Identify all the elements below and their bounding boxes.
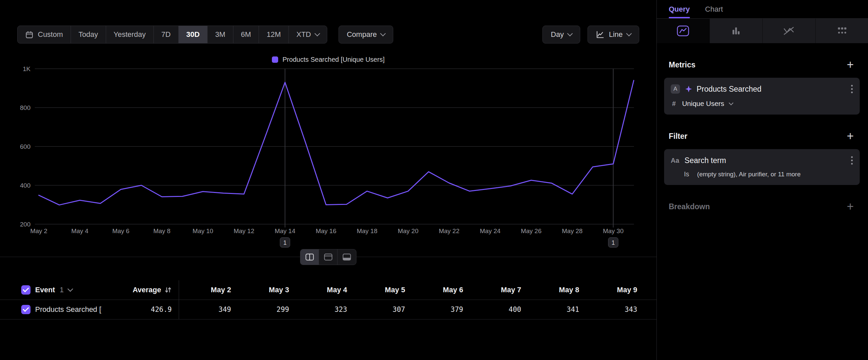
compare-label: Compare (347, 30, 377, 39)
metric-card[interactable]: A Products Searched # Unique Users (664, 78, 860, 115)
chart-legend[interactable]: Products Searched [Unique Users] (0, 56, 656, 63)
table-only-icon (342, 253, 351, 261)
range-button-today[interactable]: Today (71, 26, 106, 43)
chart-type-bar-tab[interactable] (710, 19, 763, 43)
svg-text:May 30: May 30 (603, 227, 623, 234)
svg-text:May 22: May 22 (439, 227, 459, 234)
svg-text:May 8: May 8 (153, 227, 170, 234)
svg-text:1: 1 (283, 240, 287, 246)
add-breakdown-button[interactable]: + (847, 201, 854, 212)
line-chart-canvas[interactable]: 2004006008001KMay 2May 4May 6May 8May 10… (0, 66, 656, 252)
range-button-label: XTD (297, 30, 311, 39)
table-row[interactable]: Products Searched [Un... 426.9 349299323… (0, 300, 656, 320)
metric-badge: A (671, 84, 680, 94)
svg-text:400: 400 (20, 182, 31, 189)
date-column-header[interactable]: May 3 (237, 286, 295, 294)
range-button-3m[interactable]: 3M (208, 26, 234, 43)
filter-condition[interactable]: Is (empty string), Air purifier, or 11 m… (671, 170, 853, 178)
line-chart[interactable]: 2004006008001KMay 2May 4May 6May 8May 10… (0, 66, 656, 252)
range-button-6m[interactable]: 6M (234, 26, 259, 43)
layout-table-only-button[interactable] (338, 249, 356, 265)
event-count: 1 (60, 286, 64, 294)
event-header-label: Event (35, 286, 55, 294)
kebab-menu-icon[interactable] (851, 156, 853, 165)
filter-section-header: Filter + (669, 131, 854, 141)
layout-toggle-group (300, 249, 356, 265)
chart-type-grid-tab[interactable] (816, 19, 868, 43)
calendar-icon (25, 31, 33, 39)
svg-text:May 26: May 26 (521, 227, 541, 234)
event-header-cell[interactable]: Event 1 (0, 285, 102, 295)
legend-swatch (272, 56, 278, 63)
aggregation-selector[interactable]: # Unique Users (671, 100, 853, 108)
range-button-yesterday[interactable]: Yesterday (106, 26, 154, 43)
svg-text:May 10: May 10 (193, 227, 213, 234)
range-button-30d[interactable]: 30D (179, 26, 208, 43)
event-checkbox[interactable] (21, 285, 31, 295)
date-column-header[interactable]: May 5 (353, 286, 411, 294)
tab-chart[interactable]: Chart (705, 0, 723, 18)
range-button-custom[interactable]: Custom (18, 26, 71, 43)
svg-text:May 24: May 24 (480, 227, 501, 234)
table-value-cell: 307 (353, 306, 411, 313)
svg-text:600: 600 (20, 143, 31, 150)
chevron-down-icon (626, 31, 632, 36)
table-row-left: Products Searched [Un... 426.9 (0, 300, 179, 319)
range-button-label: 30D (186, 30, 199, 39)
chart-only-icon (324, 253, 333, 261)
chart-type-button[interactable]: Line (588, 26, 639, 44)
metrics-title: Metrics (669, 60, 695, 70)
svg-text:May 14: May 14 (275, 227, 296, 234)
granularity-label: Day (551, 30, 564, 39)
kebab-menu-icon[interactable] (851, 84, 853, 94)
svg-text:200: 200 (20, 221, 31, 228)
tab-query[interactable]: Query (669, 0, 690, 18)
row-checkbox[interactable] (21, 305, 31, 314)
date-column-header[interactable]: May 4 (295, 286, 353, 294)
svg-text:May 12: May 12 (234, 227, 254, 234)
layout-chart-only-button[interactable] (319, 249, 338, 265)
range-button-label: 12M (267, 30, 281, 39)
layout-split-view-button[interactable] (300, 249, 319, 265)
chart-table-divider (0, 257, 656, 257)
compare-button[interactable]: Compare (339, 26, 393, 44)
chart-type-stacked-tab[interactable] (763, 19, 816, 43)
add-metric-button[interactable]: + (847, 60, 854, 70)
grid-metric-tab-icon (836, 25, 848, 36)
app: CustomTodayYesterday7D30D3M6M12MXTD Comp… (0, 0, 868, 360)
legend-label: Products Searched [Unique Users] (282, 56, 384, 63)
chart-type-line-tab[interactable] (657, 19, 710, 43)
annotation-badge[interactable]: 1 (609, 238, 618, 247)
main-panel: CustomTodayYesterday7D30D3M6M12MXTD Comp… (0, 0, 657, 360)
breakdown-title: Breakdown (669, 202, 710, 211)
average-header-label: Average (133, 286, 161, 294)
filter-property-name: Search term (685, 156, 726, 165)
table-value-cell: 323 (295, 306, 353, 313)
chevron-down-icon (380, 31, 386, 36)
date-column-header[interactable]: May 2 (179, 286, 237, 294)
chevron-down-icon (567, 31, 573, 36)
date-column-header[interactable]: May 9 (585, 286, 643, 294)
date-header-cols: May 2May 3May 4May 5May 6May 7May 8May 9 (179, 280, 643, 300)
metric-name: Products Searched (696, 85, 762, 94)
svg-text:May 18: May 18 (357, 227, 377, 234)
range-button-xtd[interactable]: XTD (289, 26, 327, 43)
average-header-cell[interactable]: Average (102, 286, 179, 294)
date-column-header[interactable]: May 7 (469, 286, 527, 294)
row-event-cell[interactable]: Products Searched [Un... (0, 305, 102, 314)
bar-chart-tab-icon (730, 25, 742, 36)
date-column-header[interactable]: May 8 (527, 286, 585, 294)
filter-card[interactable]: Aa Search term Is (empty string), Air pu… (664, 149, 860, 185)
sidebar-tabs: Query Chart (657, 0, 868, 19)
granularity-button[interactable]: Day (542, 26, 580, 44)
add-filter-button[interactable]: + (847, 131, 854, 141)
range-button-7d[interactable]: 7D (154, 26, 179, 43)
annotation-badge[interactable]: 1 (280, 238, 290, 247)
sort-icon[interactable] (164, 286, 172, 294)
filter-operator: Is (684, 170, 689, 178)
chevron-down-icon (729, 101, 734, 105)
chart-type-label: Line (609, 30, 623, 39)
date-column-header[interactable]: May 6 (411, 286, 469, 294)
toolbar: CustomTodayYesterday7D30D3M6M12MXTD Comp… (17, 26, 639, 44)
range-button-12m[interactable]: 12M (259, 26, 289, 43)
